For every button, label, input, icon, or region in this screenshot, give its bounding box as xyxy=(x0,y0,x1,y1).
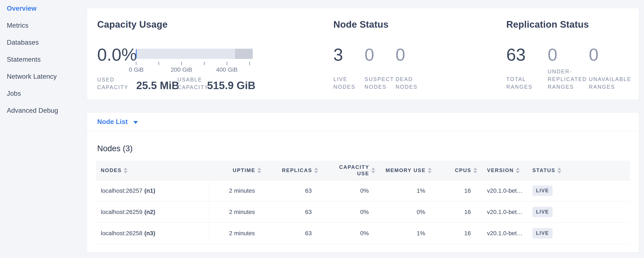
node-list-dropdown-label: Node List xyxy=(97,118,128,126)
uptime-cell: 2 minutes xyxy=(210,223,262,244)
total-ranges-label: TOTALRANGES xyxy=(506,75,532,91)
status-badge: LIVE xyxy=(532,207,552,217)
usable-capacity-label: USABLE CAPACITY xyxy=(178,76,207,91)
usable-capacity-stat: USABLE CAPACITY 515.9 GiB xyxy=(178,76,256,91)
column-header-nodes[interactable]: NODES xyxy=(96,161,210,180)
unavailable-ranges-count: 0 xyxy=(589,46,598,63)
sidebar-item-metrics[interactable]: Metrics xyxy=(0,17,87,34)
column-header-version[interactable]: VERSION xyxy=(478,161,528,180)
replicas-cell: 63 xyxy=(262,201,318,222)
status-badge: LIVE xyxy=(532,185,552,196)
capacity-use-cell: 0% xyxy=(318,180,376,201)
chevron-down-icon xyxy=(133,121,138,124)
capacity-gauge-axis-labels: 0 GiB 200 GiB 400 GiB xyxy=(136,66,253,74)
table-row-node-1[interactable]: localhost:26257 (n1) 2 minutes 63 0% 1% … xyxy=(96,180,630,201)
sort-icon xyxy=(124,168,128,173)
sort-icon xyxy=(428,168,432,173)
sort-icon xyxy=(371,168,375,173)
capacity-gauge-track xyxy=(136,49,253,59)
node-status-title: Node Status xyxy=(333,19,388,30)
capacity-gauge-used-segment xyxy=(136,49,137,58)
version-cell: v20.1.0-bet… xyxy=(478,223,528,244)
nodes-table-header: NODES UPTIME REPLICAS CAPACITY USE MEMOR… xyxy=(96,161,630,180)
cpus-cell: 16 xyxy=(432,201,478,222)
node-address-link[interactable]: localhost:26259 xyxy=(101,209,142,215)
usable-capacity-value: 515.9 GiB xyxy=(207,80,256,91)
axis-label-0: 0 GiB xyxy=(129,66,144,73)
axis-label-400: 400 GiB xyxy=(216,66,238,73)
sidebar-item-network-latency[interactable]: Network Latency xyxy=(0,68,87,85)
sidebar-item-databases[interactable]: Databases xyxy=(0,34,87,51)
memory-use-cell: 1% xyxy=(376,223,432,244)
sidebar-item-overview[interactable]: Overview xyxy=(0,0,87,17)
capacity-gauge-ticks xyxy=(136,62,253,65)
memory-use-cell: 1% xyxy=(376,180,432,201)
table-row-node-3[interactable]: localhost:26258 (n3) 2 minutes 63 0% 1% … xyxy=(96,223,630,244)
node-address-link[interactable]: localhost:26258 xyxy=(101,230,142,237)
sidebar-item-statements[interactable]: Statements xyxy=(0,51,87,68)
capacity-use-cell: 0% xyxy=(318,201,376,222)
cpus-cell: 16 xyxy=(432,180,478,201)
sort-icon xyxy=(258,168,261,173)
table-row-node-2[interactable]: localhost:26259 (n2) 2 minutes 63 0% 0% … xyxy=(96,201,630,223)
nodes-table: NODES UPTIME REPLICAS CAPACITY USE MEMOR… xyxy=(96,161,630,244)
version-cell: v20.1.0-bet… xyxy=(478,180,528,201)
sidebar-item-advanced-debug[interactable]: Advanced Debug xyxy=(0,102,87,119)
capacity-usage-title: Capacity Usage xyxy=(97,19,168,30)
live-nodes-label: LIVENODES xyxy=(333,75,356,91)
under-replicated-ranges-label: UNDER-REPLICATEDRANGES xyxy=(548,68,587,91)
node-name: (n3) xyxy=(144,230,155,237)
used-capacity-stat: USED CAPACITY 25.5 MiB xyxy=(97,76,179,91)
under-replicated-ranges-count: 0 xyxy=(548,46,558,63)
cpus-cell: 16 xyxy=(432,223,478,244)
unavailable-ranges-label: UNAVAILABLERANGES xyxy=(589,75,631,91)
replicas-cell: 63 xyxy=(262,180,318,201)
suspect-nodes-label: SUSPECTNODES xyxy=(364,75,394,91)
column-header-memory-use[interactable]: MEMORY USE xyxy=(376,161,432,180)
node-name: (n2) xyxy=(144,209,155,215)
uptime-cell: 2 minutes xyxy=(210,180,262,201)
sidebar: Overview Metrics Databases Statements Ne… xyxy=(0,0,87,258)
node-address-link[interactable]: localhost:26257 xyxy=(101,187,142,194)
replicas-cell: 63 xyxy=(262,223,318,244)
column-header-cpus[interactable]: CPUS xyxy=(432,161,478,180)
cluster-summary-card: Capacity Usage 0.0% 0 GiB 200 GiB 400 Gi… xyxy=(87,8,639,100)
column-header-uptime[interactable]: UPTIME xyxy=(210,161,262,180)
used-capacity-value: 25.5 MiB xyxy=(136,80,179,91)
capacity-gauge-chart: 0 GiB 200 GiB 400 GiB xyxy=(136,49,253,74)
column-header-status[interactable]: STATUS xyxy=(528,161,630,180)
sort-icon xyxy=(314,168,318,173)
total-ranges-count: 63 xyxy=(506,46,526,63)
axis-label-200: 200 GiB xyxy=(170,66,192,73)
column-header-capacity-use[interactable]: CAPACITY USE xyxy=(318,161,376,180)
node-name: (n1) xyxy=(144,187,155,194)
column-header-replicas[interactable]: REPLICAS xyxy=(262,161,318,180)
dead-nodes-label: DEADNODES xyxy=(396,75,418,91)
capacity-gauge-reserved-segment xyxy=(235,49,253,59)
used-capacity-label: USED CAPACITY xyxy=(97,76,136,91)
sort-icon xyxy=(474,168,477,173)
sort-icon xyxy=(558,168,561,173)
status-badge: LIVE xyxy=(532,228,552,238)
node-list-card: Node List Nodes (3) NODES UPTIME REPLICA… xyxy=(87,112,639,252)
version-cell: v20.1.0-bet… xyxy=(478,201,528,222)
replication-status-title: Replication Status xyxy=(506,19,589,30)
uptime-cell: 2 minutes xyxy=(210,201,262,222)
sort-icon xyxy=(516,168,520,173)
sidebar-item-jobs[interactable]: Jobs xyxy=(0,85,87,102)
suspect-nodes-count: 0 xyxy=(364,46,374,63)
live-nodes-count: 3 xyxy=(333,46,343,63)
node-list-dropdown[interactable]: Node List xyxy=(87,112,639,131)
memory-use-cell: 0% xyxy=(376,201,432,222)
capacity-used-percent: 0.0% xyxy=(97,46,137,63)
nodes-section-title: Nodes (3) xyxy=(97,144,132,153)
capacity-use-cell: 0% xyxy=(318,223,376,244)
dead-nodes-count: 0 xyxy=(396,46,405,63)
